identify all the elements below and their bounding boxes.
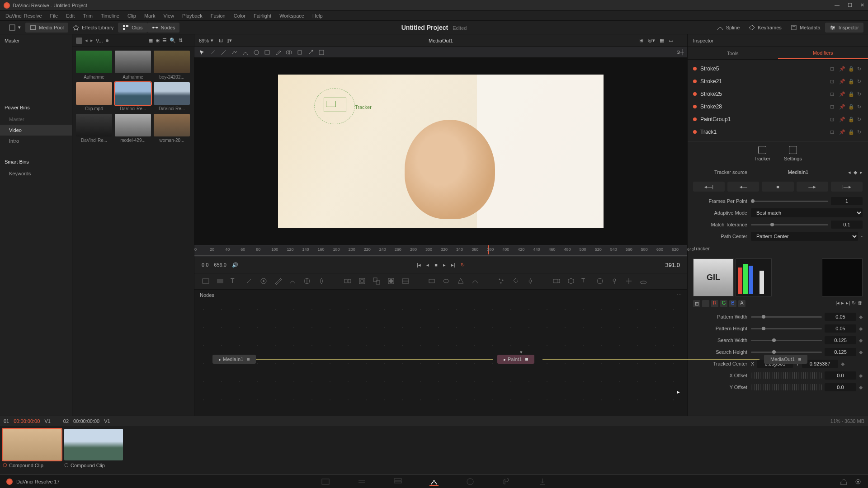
color-page-icon[interactable]: [466, 477, 475, 486]
tab-modifiers[interactable]: Modifiers: [778, 47, 868, 59]
media-thumb[interactable]: Aufnahme: [76, 51, 112, 80]
inspector-options-icon[interactable]: ⋯: [858, 38, 863, 43]
show-search-icon[interactable]: [702, 300, 709, 307]
node-mediaout[interactable]: MediaOut1: [764, 355, 807, 364]
yoff-wheel[interactable]: [751, 384, 822, 390]
range-end[interactable]: 656.0: [214, 262, 226, 267]
ellipse-mask-icon[interactable]: [442, 277, 450, 285]
track-last-icon[interactable]: ▸|: [846, 300, 850, 307]
modifier-item[interactable]: Stroke25⊡📌🔒↻: [688, 88, 868, 100]
list-icon[interactable]: ☰: [162, 38, 167, 43]
xoff-input[interactable]: [825, 371, 856, 380]
text3d-tool-icon[interactable]: T: [581, 277, 590, 285]
image3d-tool-icon[interactable]: [567, 277, 575, 285]
tracker-tool-icon[interactable]: [259, 277, 268, 285]
fairlight-page-icon[interactable]: [502, 477, 511, 486]
deliver-page-icon[interactable]: [538, 477, 547, 486]
audio-icon[interactable]: 🔊: [232, 262, 238, 268]
media-pool-button[interactable]: Media Pool: [25, 23, 68, 33]
line-tool-icon[interactable]: [221, 49, 227, 56]
stop-track-button[interactable]: ■: [762, 182, 793, 192]
channel-g-icon[interactable]: G: [720, 300, 727, 307]
minimize-icon[interactable]: —: [835, 2, 840, 8]
single-icon[interactable]: ▭: [669, 38, 673, 43]
tracker-source-value[interactable]: MediaIn1: [751, 169, 845, 175]
layout-dropdown[interactable]: ▾: [5, 23, 25, 33]
transform-tool-icon[interactable]: [358, 277, 366, 285]
channelbool-tool-icon[interactable]: [401, 277, 410, 285]
camera3d-tool-icon[interactable]: [552, 277, 561, 285]
power-bin-master[interactable]: Master: [0, 114, 72, 125]
yoff-input[interactable]: [825, 383, 856, 391]
effects-library-button[interactable]: Effects Library: [68, 23, 118, 33]
menu-view[interactable]: View: [163, 13, 174, 19]
pemitter-tool-icon[interactable]: [526, 277, 534, 285]
track-backward-from-end-button[interactable]: ◂—|: [693, 182, 725, 192]
metadata-button[interactable]: Metadata: [786, 23, 825, 33]
maximize-icon[interactable]: ☐: [848, 2, 852, 8]
thumb-view-icon[interactable]: ▦: [148, 38, 153, 43]
menu-color[interactable]: Color: [234, 13, 245, 19]
mask-tool-icon[interactable]: [286, 49, 292, 56]
node-mediain[interactable]: ▸ MediaIn1: [212, 355, 256, 364]
track-delete-icon[interactable]: 🗑: [858, 300, 863, 307]
xoff-wheel[interactable]: [751, 372, 822, 379]
menu-clip[interactable]: Clip: [127, 13, 136, 19]
timeline-ruler[interactable]: 0204060801001201401601802002202402602803…: [194, 245, 687, 254]
matte-tool-icon[interactable]: [387, 277, 395, 285]
wand-tool-icon[interactable]: [210, 49, 216, 56]
pin-icon[interactable]: 📌: [839, 66, 844, 71]
modifier-item[interactable]: PaintGroup1⊡📌🔒↻: [688, 113, 868, 126]
transform-tool-icon[interactable]: [297, 49, 303, 56]
stop-icon[interactable]: ■: [434, 262, 438, 267]
channel-a-icon[interactable]: A: [738, 300, 745, 307]
guides-icon[interactable]: ⊞: [639, 38, 643, 43]
roi-icon[interactable]: ◎▾: [648, 38, 655, 43]
resize-tool-icon[interactable]: [373, 277, 381, 285]
renderer3d-tool-icon[interactable]: [639, 277, 647, 285]
clip-thumb[interactable]: ⬡Compound Clip: [64, 429, 123, 468]
tab-tools[interactable]: Tools: [688, 47, 778, 59]
tolerance-input[interactable]: [831, 221, 863, 229]
media-thumb[interactable]: boy-24202...: [154, 51, 190, 80]
smart-bin-keywords[interactable]: Keywords: [0, 168, 72, 179]
track-play-icon[interactable]: ▸: [841, 300, 844, 307]
menu-fairlight[interactable]: Fairlight: [254, 13, 271, 19]
media-thumb[interactable]: Clip.mp4: [76, 82, 112, 111]
media-thumb[interactable]: woman-20...: [154, 114, 190, 143]
clip-thumb[interactable]: ⬡Compound Clip: [3, 429, 61, 468]
shape3d-tool-icon[interactable]: [596, 277, 604, 285]
text-tool-icon[interactable]: T: [231, 277, 239, 285]
pw-slider[interactable]: [751, 316, 822, 318]
subtab-settings[interactable]: Settings: [784, 146, 802, 161]
reset-icon[interactable]: ↻: [857, 66, 863, 71]
fit-icon[interactable]: ⊡: [219, 38, 223, 43]
filter-icon[interactable]: ⋯: [185, 38, 190, 43]
menu-workspace[interactable]: Workspace: [279, 13, 304, 19]
menu-fusion[interactable]: Fusion: [211, 13, 226, 19]
modifier-item[interactable]: Stroke21⊡📌🔒↻: [688, 75, 868, 88]
sh-slider[interactable]: [751, 352, 822, 353]
quad-icon[interactable]: ▦: [660, 38, 664, 43]
home-icon[interactable]: [840, 478, 847, 485]
close-icon[interactable]: ✕: [860, 2, 864, 8]
prev-icon[interactable]: ◂: [848, 169, 851, 175]
spline-button[interactable]: Spline: [712, 23, 745, 33]
mask-paint-tool-icon[interactable]: [274, 277, 282, 285]
polyline-tool-icon[interactable]: [231, 49, 238, 56]
menu-timeline[interactable]: Timeline: [101, 13, 119, 19]
particles-tool-icon[interactable]: [497, 277, 505, 285]
current-frame[interactable]: 391.0: [665, 262, 680, 268]
subtab-tracker[interactable]: Tracker: [754, 146, 770, 161]
loop-icon[interactable]: ↻: [461, 262, 465, 268]
rect-tool-icon[interactable]: [264, 49, 270, 56]
project-settings-icon[interactable]: [854, 478, 862, 485]
clips-button[interactable]: Clips: [118, 23, 147, 33]
pw-input[interactable]: [825, 313, 856, 321]
menu-playback[interactable]: Playback: [182, 13, 203, 19]
viewer-canvas[interactable]: Tracker: [194, 58, 687, 245]
step-back-icon[interactable]: ◂: [426, 262, 429, 268]
inspector-button[interactable]: Inspector: [825, 23, 863, 33]
power-bin-video[interactable]: Video: [0, 125, 72, 136]
media-page-icon[interactable]: [321, 477, 330, 486]
